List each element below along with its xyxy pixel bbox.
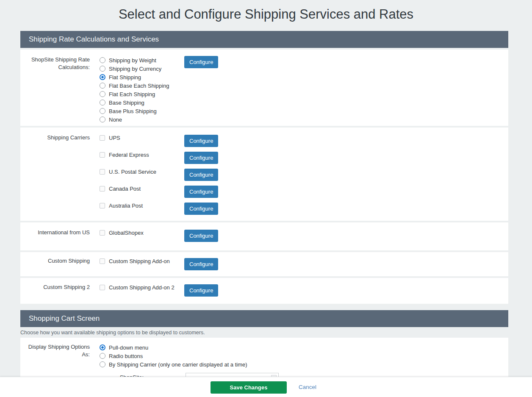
row-label-line2: As: [20,351,90,358]
section-header-shipping-rate-calculations: Shipping Rate Calculations and Services [20,31,508,48]
radio-label: Base Plus Shipping [109,108,157,114]
canada-post-cell: Canada Post [100,186,172,192]
custom-shipping-2-cell: Custom Shipping Add-on 2 [100,284,172,291]
radio-label: Pull-down menu [109,344,148,351]
checkbox-label: GlobalShopex [109,230,144,236]
radio-label: Base Shipping [109,100,144,106]
checkbox-u-s-postal-service[interactable] [100,169,105,175]
configure-button-custom-shipping-add-on-2[interactable]: Configure [184,284,218,297]
configure-button-u-s-postal-service[interactable]: Configure [184,169,218,181]
ups-cell: UPS [100,135,172,141]
radio-label: Flat Base Each Shipping [109,83,169,89]
list-item-globalshopex: GlobalShopex Configure [100,229,218,242]
list-item-australia-post: Australia PostConfigure [100,202,218,219]
radio-option-base-plus-shipping: Base Plus Shipping [100,107,172,115]
checkbox-label: Custom Shipping Add-on 2 [109,284,175,291]
radio-none[interactable] [100,117,105,122]
checkbox-label: Custom Shipping Add-on [109,258,170,264]
radio-label: Shipping by Weight [109,57,156,64]
row-label-custom-shipping-2: Custom Shipping 2 [20,283,90,291]
radio-base-plus-shipping[interactable] [100,108,105,114]
section-header-shopping-cart-screen: Shopping Cart Screen [20,310,508,327]
custom-shipping-item-col: Custom Shipping Add-on Configure [100,257,218,270]
list-item-ups: UPSConfigure [100,134,218,151]
radio-base-shipping[interactable] [100,100,105,105]
row-custom-shipping-2: Custom Shipping 2 Custom Shipping Add-on… [20,278,508,304]
checkbox-label: UPS [109,135,120,141]
list-item-custom-shipping-add-on: Custom Shipping Add-on Configure [100,257,218,270]
checkbox-custom-shipping-add-on-2[interactable] [100,285,105,290]
radio-option-base-shipping: Base Shipping [100,98,172,107]
configure-button-ups[interactable]: Configure [184,135,218,147]
calculation-radio-group: Shipping by WeightShipping by CurrencyFl… [100,56,172,124]
radio-option-flat-each-shipping: Flat Each Shipping [100,90,172,98]
radio-option-radio-buttons: Radio buttons [100,352,279,360]
row-label-line1: Display Shipping Options [20,343,90,351]
radio-label: Flat Each Shipping [109,91,155,97]
row-shipping-rate-calculations: ShopSite Shipping Rate Calculations: Shi… [20,50,508,126]
u-s-postal-service-cell: U.S. Postal Service [100,169,172,175]
custom-shipping-2-item-col: Custom Shipping Add-on 2 Configure [100,283,218,297]
radio-option-flat-base-each-shipping: Flat Base Each Shipping [100,81,172,90]
footer-action-bar: Save Changes Cancel [0,377,532,397]
shopping-cart-description: Choose how you want available shipping o… [20,329,508,336]
globalshopex-cell: GlobalShopex [100,230,172,236]
configure-button-federal-express[interactable]: Configure [184,152,218,164]
radio-flat-shipping[interactable] [100,74,105,80]
list-item-federal-express: Federal ExpressConfigure [100,151,218,168]
row-international-from-us: International from US GlobalShopex Confi… [20,222,508,250]
list-item-custom-shipping-add-on-2: Custom Shipping Add-on 2 Configure [100,283,218,297]
row-shipping-carriers: Shipping Carriers UPSConfigureFederal Ex… [20,128,508,221]
radio-option-by-shipping-carrier-only-one-carrier-displayed-at-a-time: By Shipping Carrier (only one carrier di… [100,360,279,369]
international-item-col: GlobalShopex Configure [100,229,218,242]
list-item-u-s-postal-service: U.S. Postal ServiceConfigure [100,168,218,185]
display-options-radio-group: Pull-down menuRadio buttonsBy Shipping C… [100,343,279,369]
row-label-line1: ShopSite Shipping Rate [20,56,90,64]
checkbox-federal-express[interactable] [100,152,105,158]
row-label-international: International from US [20,229,90,236]
checkbox-label: U.S. Postal Service [109,169,156,175]
radio-label: Radio buttons [109,353,143,359]
radio-label: By Shipping Carrier (only one carrier di… [109,361,247,368]
row-custom-shipping: Custom Shipping Custom Shipping Add-on C… [20,252,508,276]
radio-radio-buttons[interactable] [100,353,105,359]
save-changes-button[interactable]: Save Changes [211,381,287,394]
radio-shipping-by-weight[interactable] [100,57,105,63]
radio-by-shipping-carrier-only-one-carrier-displayed-at-a-time[interactable] [100,361,105,367]
checkbox-globalshopex[interactable] [100,230,105,236]
radio-label: None [109,117,122,123]
radio-flat-each-shipping[interactable] [100,91,105,97]
checkbox-label: Federal Express [109,152,149,158]
radio-shipping-by-currency[interactable] [100,66,105,72]
radio-option-shipping-by-currency: Shipping by Currency [100,64,172,73]
row-label-display-options: Display Shipping Options As: [20,343,90,358]
radio-label: Flat Shipping [109,74,141,81]
radio-option-none: None [100,115,172,124]
main-content: Shipping Rate Calculations and Services … [20,31,508,397]
configure-button-canada-post[interactable]: Configure [184,186,218,198]
radio-pull-down-menu[interactable] [100,344,105,350]
configure-button-calculations[interactable]: Configure [184,56,218,68]
federal-express-cell: Federal Express [100,152,172,158]
configure-button-custom-shipping-add-on[interactable]: Configure [184,258,218,270]
radio-flat-base-each-shipping[interactable] [100,83,105,89]
radio-label: Shipping by Currency [109,66,161,72]
checkbox-canada-post[interactable] [100,186,105,192]
carriers-list: UPSConfigureFederal ExpressConfigureU.S.… [100,134,218,219]
checkbox-australia-post[interactable] [100,203,105,208]
australia-post-cell: Australia Post [100,203,172,209]
radio-option-shipping-by-weight: Shipping by Weight [100,56,172,64]
custom-shipping-cell: Custom Shipping Add-on [100,258,172,264]
cancel-link[interactable]: Cancel [299,384,316,390]
row-label-line2: Calculations: [20,64,90,71]
row-label-carriers: Shipping Carriers [20,134,90,142]
configure-button-globalshopex[interactable]: Configure [184,230,218,242]
checkbox-ups[interactable] [100,135,105,141]
radio-option-flat-shipping: Flat Shipping [100,73,172,81]
checkbox-label: Canada Post [109,186,141,192]
checkbox-custom-shipping-add-on[interactable] [100,258,105,264]
page-title: Select and Configure Shipping Services a… [0,6,532,23]
list-item-canada-post: Canada PostConfigure [100,185,218,202]
configure-button-australia-post[interactable]: Configure [184,203,218,215]
row-label-custom-shipping: Custom Shipping [20,257,90,265]
